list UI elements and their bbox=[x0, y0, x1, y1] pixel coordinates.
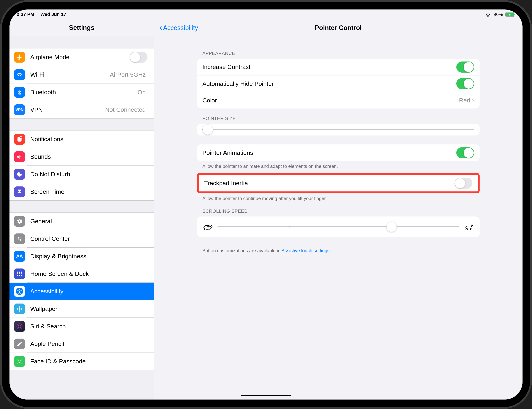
cell-label: Screen Time bbox=[30, 188, 149, 195]
sliders-icon bbox=[14, 234, 25, 244]
sidebar-item-pencil[interactable]: Apple Pencil bbox=[10, 335, 154, 353]
pointer-size-slider[interactable] bbox=[202, 129, 474, 130]
pointer-animations-toggle[interactable] bbox=[456, 147, 474, 158]
svg-rect-8 bbox=[18, 240, 20, 240]
sidebar-item-accessibility[interactable]: Accessibility bbox=[10, 283, 154, 300]
svg-rect-17 bbox=[21, 275, 22, 276]
chevron-right-icon: › bbox=[472, 97, 474, 104]
sidebar-item-siri[interactable]: Siri & Search bbox=[10, 318, 154, 335]
svg-rect-16 bbox=[19, 275, 20, 276]
airplane-icon bbox=[14, 52, 25, 63]
moon-icon bbox=[14, 169, 25, 180]
battery-charging-icon bbox=[505, 12, 515, 17]
sidebar-title: Settings bbox=[10, 19, 154, 36]
cell-label: Notifications bbox=[30, 136, 149, 143]
cell-label: Face ID & Passcode bbox=[30, 358, 149, 365]
sidebar-item-general[interactable]: General bbox=[10, 213, 154, 230]
section-header-scrolling-speed: SCROLLING SPEED bbox=[197, 201, 480, 217]
svg-point-24 bbox=[20, 308, 22, 310]
section-header-appearance: APPEARANCE bbox=[197, 44, 480, 59]
sidebar-item-sounds[interactable]: Sounds bbox=[10, 148, 154, 165]
trackpad-inertia-toggle[interactable] bbox=[455, 178, 472, 189]
svg-rect-2 bbox=[514, 14, 515, 15]
airplane-toggle[interactable] bbox=[130, 52, 147, 63]
row-label: Color bbox=[202, 97, 459, 104]
cell-label: Display & Brightness bbox=[30, 253, 149, 260]
svg-point-22 bbox=[19, 310, 20, 312]
cell-label: Do Not Disturb bbox=[30, 171, 149, 178]
cell-label: General bbox=[30, 218, 149, 225]
scrolling-speed-card bbox=[197, 217, 480, 237]
svg-rect-12 bbox=[17, 273, 18, 274]
row-label: Trackpad Inertia bbox=[204, 180, 455, 187]
sidebar-item-bluetooth[interactable]: Bluetooth On bbox=[10, 83, 154, 101]
page-title: Pointer Control bbox=[154, 24, 522, 32]
section-header-pointer-size: POINTER SIZE bbox=[197, 109, 480, 124]
row-color[interactable]: Color Red › bbox=[197, 92, 480, 109]
siri-icon bbox=[14, 321, 25, 332]
row-trackpad-inertia[interactable]: Trackpad Inertia bbox=[199, 175, 478, 191]
row-label: Increase Contrast bbox=[202, 64, 456, 70]
svg-rect-10 bbox=[19, 272, 20, 273]
sidebar-item-screentime[interactable]: Screen Time bbox=[10, 183, 154, 200]
status-time: 2:37 PM bbox=[17, 12, 34, 17]
status-date: Wed Jun 17 bbox=[40, 12, 66, 17]
footer-pointer-animations: Allow the pointer to animate and adapt t… bbox=[197, 161, 480, 169]
svg-point-25 bbox=[17, 324, 22, 329]
auto-hide-pointer-toggle[interactable] bbox=[456, 78, 474, 89]
sidebar-item-notifications[interactable]: Notifications bbox=[10, 130, 154, 148]
sidebar-item-wallpaper[interactable]: Wallpaper bbox=[10, 300, 154, 318]
pencil-icon bbox=[14, 339, 25, 349]
cell-label: Sounds bbox=[30, 153, 149, 160]
svg-point-26 bbox=[18, 325, 21, 328]
footer-trackpad-inertia: Allow the pointer to continue moving aft… bbox=[197, 193, 480, 201]
vpn-icon: VPN bbox=[14, 104, 25, 115]
accessibility-icon bbox=[14, 286, 25, 297]
tortoise-icon bbox=[202, 223, 213, 231]
svg-point-27 bbox=[19, 361, 19, 361]
text-size-icon: AA bbox=[14, 251, 25, 262]
row-increase-contrast[interactable]: Increase Contrast bbox=[197, 59, 480, 75]
cell-detail: Not Connected bbox=[105, 106, 149, 113]
flower-icon bbox=[14, 304, 25, 314]
wifi-settings-icon bbox=[14, 69, 25, 80]
sidebar-item-display[interactable]: AA Display & Brightness bbox=[10, 248, 154, 265]
cell-label: Home Screen & Dock bbox=[30, 270, 149, 277]
sidebar-item-wifi[interactable]: Wi-Fi AirPort 5GHz bbox=[10, 66, 154, 83]
scrolling-speed-slider[interactable] bbox=[218, 226, 459, 227]
cell-label: Wi-Fi bbox=[30, 71, 110, 78]
sidebar-item-airplane[interactable]: Airplane Mode bbox=[10, 48, 154, 66]
sidebar-item-faceid[interactable]: Face ID & Passcode bbox=[10, 353, 154, 370]
cell-label: Wallpaper bbox=[30, 305, 149, 312]
sidebar-item-vpn[interactable]: VPN VPN Not Connected bbox=[10, 101, 154, 118]
svg-point-21 bbox=[19, 306, 20, 308]
svg-point-31 bbox=[466, 226, 472, 229]
cell-label: Siri & Search bbox=[30, 323, 149, 330]
app-grid-icon bbox=[14, 269, 25, 279]
sidebar-item-controlcenter[interactable]: Control Center bbox=[10, 230, 154, 247]
assistivetouch-link[interactable]: AssistiveTouch settings bbox=[282, 248, 330, 253]
bluetooth-icon bbox=[14, 87, 25, 98]
row-pointer-animations[interactable]: Pointer Animations bbox=[197, 145, 480, 161]
sidebar-item-dnd[interactable]: Do Not Disturb bbox=[10, 165, 154, 183]
notifications-icon bbox=[14, 134, 25, 145]
row-auto-hide-pointer[interactable]: Automatically Hide Pointer bbox=[197, 75, 480, 92]
hourglass-icon bbox=[14, 186, 25, 197]
highlight-annotation: Trackpad Inertia bbox=[197, 173, 480, 193]
home-indicator[interactable] bbox=[241, 395, 291, 396]
sidebar-item-homescreen[interactable]: Home Screen & Dock bbox=[10, 265, 154, 282]
svg-rect-15 bbox=[17, 275, 18, 276]
svg-point-19 bbox=[19, 289, 20, 290]
svg-point-32 bbox=[471, 226, 472, 227]
sounds-icon bbox=[14, 151, 25, 162]
status-bar: 2:37 PM Wed Jun 17 96% bbox=[10, 9, 522, 19]
cell-label: Accessibility bbox=[30, 288, 149, 295]
gear-icon bbox=[14, 216, 25, 227]
cell-label: Control Center bbox=[30, 235, 149, 242]
svg-point-20 bbox=[19, 308, 20, 310]
row-label: Pointer Animations bbox=[202, 149, 456, 156]
svg-rect-9 bbox=[17, 272, 18, 273]
svg-rect-14 bbox=[21, 273, 22, 274]
wifi-icon bbox=[485, 12, 491, 17]
increase-contrast-toggle[interactable] bbox=[456, 62, 474, 73]
